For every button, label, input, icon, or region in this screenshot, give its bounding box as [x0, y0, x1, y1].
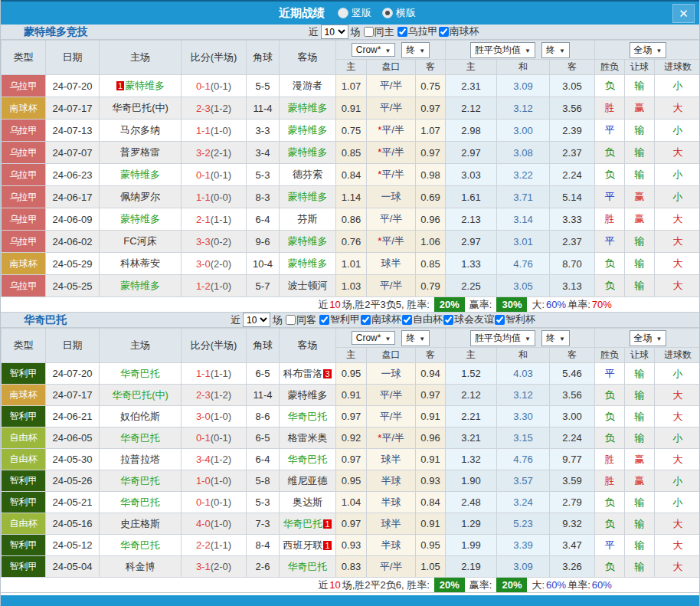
big-rate-label: 大:: [532, 578, 545, 592]
same-venue-filter[interactable]: 同主: [363, 25, 394, 39]
goals-result-cell: 大: [655, 406, 700, 427]
mean-dropdown[interactable]: 胜平负均值: [470, 42, 535, 58]
league-label: 智利甲: [10, 475, 38, 486]
match-count-select[interactable]: 10: [243, 313, 270, 327]
half-score: (1-1): [211, 368, 231, 379]
handicap-cell: *平/半: [367, 231, 416, 253]
league-filter[interactable]: 球会友谊: [443, 313, 494, 326]
corners-cell: 5-3: [247, 492, 280, 513]
half-score: (2-0): [211, 561, 231, 572]
league-cell: 自由杯: [2, 449, 46, 470]
league-cell: 乌拉甲: [2, 275, 46, 297]
mean-home-cell: 1.52: [446, 363, 497, 385]
layout-option-vertical[interactable]: 竖版: [338, 6, 371, 20]
mean-time-dropdown[interactable]: 终: [541, 42, 570, 58]
close-button[interactable]: ✕: [672, 4, 695, 23]
table-header-row: 类型 日期 主场 比分(半场) 角球 客场 Crow*终 胜平负均值终 全场: [2, 329, 700, 348]
league-checkbox[interactable]: [397, 27, 407, 37]
league-checkbox[interactable]: [402, 315, 412, 325]
home-team-name: 华奇巴托: [120, 432, 160, 444]
match-count-select[interactable]: 10: [321, 25, 348, 39]
table-row: 南球杯24-07-17华奇巴托(中)2-3(1-2)11-4蒙特维多0.91平/…: [2, 97, 700, 120]
league-label: 乌拉甲: [10, 236, 38, 247]
goals-result-cell: 小: [655, 470, 700, 492]
away-team-name: 华奇巴托: [288, 454, 328, 465]
away-team-name: 漫游者: [293, 80, 322, 91]
result-cell: 负: [595, 253, 625, 275]
col-type: 类型: [2, 41, 46, 75]
same-venue-checkbox[interactable]: [286, 315, 296, 325]
away-odds-cell: 0.85: [416, 253, 446, 275]
mean-draw-cell: 3.01: [497, 231, 550, 253]
handicap-cell: 平/半: [367, 385, 416, 406]
league-filter[interactable]: 南球杯: [360, 313, 401, 326]
mean-away-cell: 2.79: [550, 492, 595, 513]
away-odds-cell: 0.95: [416, 535, 446, 556]
handicap-value: 球半: [381, 257, 401, 269]
away-odds-cell: 1.05: [416, 556, 446, 578]
handicap-cell: *平/半: [367, 120, 416, 142]
league-checkbox[interactable]: [361, 315, 371, 325]
date-cell: 24-05-30: [46, 449, 100, 470]
handicap-result-cell: 赢: [625, 97, 655, 120]
handicap-value: 一球: [381, 368, 401, 379]
section-header: 蒙特维多竞技 近 10 场 同主 乌拉甲南球杯: [1, 25, 699, 40]
radio-icon[interactable]: [382, 8, 393, 18]
league-cell: 智利甲: [2, 363, 46, 385]
away-team-name: 蒙特维多: [288, 389, 328, 401]
league-checkbox[interactable]: [439, 27, 449, 37]
away-team-cell: 维尼亚德: [280, 470, 336, 492]
league-filter[interactable]: 南球杯: [438, 25, 479, 38]
mean-draw-cell: 3.12: [497, 385, 550, 406]
radio-icon[interactable]: [338, 8, 348, 18]
handicap-value: 平/半: [380, 213, 403, 224]
full-match-dropdown[interactable]: 全场: [630, 330, 667, 346]
home-team-name: 蒙特维多: [120, 169, 160, 180]
handicap-value: 平/半: [381, 235, 404, 247]
handicap-value: 平/半: [380, 80, 403, 91]
league-checkbox[interactable]: [443, 315, 453, 325]
single-rate-value: 70%: [592, 299, 612, 310]
handicap-value: 平/半: [380, 280, 403, 291]
league-filter[interactable]: 智利甲: [319, 313, 360, 326]
mean-time-dropdown[interactable]: 终: [541, 330, 570, 346]
odds-source-dropdown[interactable]: Crow*: [352, 331, 396, 345]
odds-source-dropdown[interactable]: Crow*: [352, 43, 396, 57]
away-team-cell: 华奇巴托1: [280, 513, 336, 535]
same-venue-checkbox[interactable]: [364, 27, 374, 37]
mean-draw-cell: 3.30: [497, 406, 550, 427]
result-cell: 负: [595, 385, 625, 406]
away-team-name: 蒙特维多: [288, 191, 328, 202]
corners-cell: 2-6: [247, 556, 280, 578]
away-team-name: 华奇巴托: [283, 518, 322, 529]
result-cell: 平: [595, 535, 625, 556]
mean-home-cell: 2.12: [446, 385, 497, 406]
handicap-result-cell: 输: [625, 75, 655, 97]
panel-title: 近期战绩: [279, 6, 325, 21]
mean-away-cell: 3.33: [550, 208, 595, 231]
mean-dropdown[interactable]: 胜平负均值: [470, 330, 535, 346]
mean-away-cell: 5.14: [550, 186, 595, 208]
odds-time-dropdown[interactable]: 终: [401, 42, 430, 58]
league-filter[interactable]: 自由杯: [401, 313, 443, 326]
table-row: 智利甲24-05-04科金博3-1(2-0)2-6华奇巴托0.83平/半1.05…: [2, 556, 700, 578]
league-filter[interactable]: 智利杯: [494, 313, 535, 326]
full-match-dropdown[interactable]: 全场: [630, 42, 667, 58]
league-checkbox[interactable]: [319, 315, 329, 325]
league-checkbox[interactable]: [495, 315, 505, 325]
layout-option-horizontal[interactable]: 横版: [382, 6, 416, 20]
sub-col-goals: 进球数: [655, 60, 700, 75]
sub-col-result: 胜负: [595, 348, 625, 363]
mean-draw-cell: 4.76: [497, 253, 550, 275]
league-cell: 智利甲: [2, 535, 46, 556]
same-venue-filter[interactable]: 同客: [285, 313, 316, 327]
corners-cell: 7-3: [247, 513, 280, 535]
league-filter[interactable]: 乌拉甲: [397, 25, 438, 38]
half-score: (2-0): [211, 258, 231, 270]
score-cell: 0-1(0-1): [182, 75, 247, 97]
odds-time-dropdown[interactable]: 终: [401, 330, 430, 346]
away-team-cell: 蒙特维多: [280, 120, 336, 142]
win-rate-badge: 20%: [434, 297, 465, 312]
handicap-result-cell: 输: [625, 427, 655, 449]
home-team-name: 科林蒂安: [120, 257, 160, 269]
